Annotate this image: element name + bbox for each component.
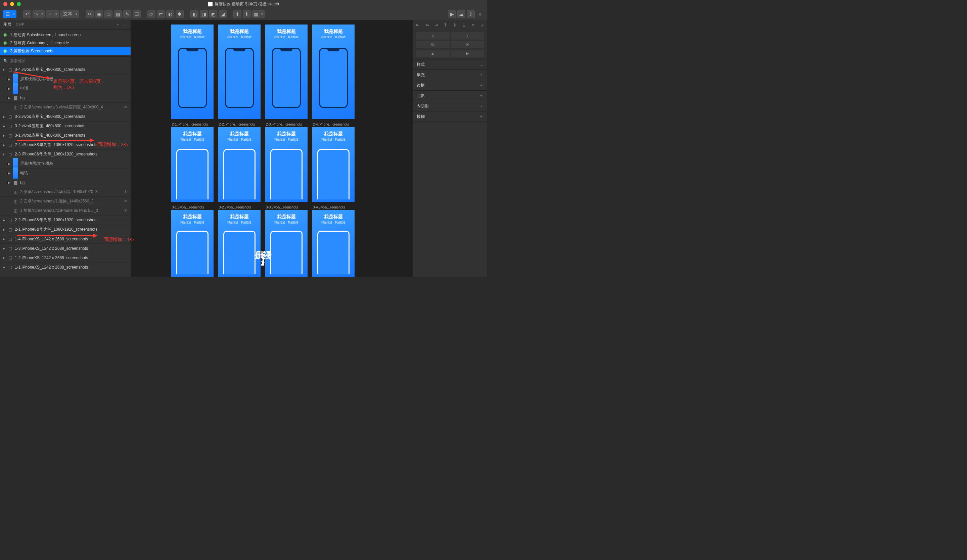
chevron-icon[interactable]	[7, 87, 11, 90]
chevron-icon[interactable]	[2, 134, 5, 137]
chevron-icon[interactable]	[2, 115, 5, 119]
visibility-icon[interactable]: 👁	[124, 105, 128, 110]
artboard[interactable]: 3-4.vivo&…reenshots我是标题我是描述我是描述启动页4	[312, 206, 355, 277]
layer-item[interactable]: ▢2-4.iPhone8&华为等_1080x1920_screenshots	[0, 140, 130, 150]
layer-item[interactable]: ▢3-3.vivo&应用宝_480x800_screenshots	[0, 112, 130, 122]
layer-item[interactable]: ▇bg	[0, 93, 130, 103]
section-blur[interactable]: 模糊＋	[413, 112, 487, 122]
section-inner-shadow[interactable]: 内阴影＋	[413, 101, 487, 111]
w-field[interactable]: W	[416, 41, 450, 48]
artboard[interactable]: 2-1.iPhone…creenshots我是标题我是描述我是描述启动页1	[171, 122, 213, 202]
page-item[interactable]: ⬣3.屏幕快照-Screenshots	[0, 47, 130, 55]
scissors-button[interactable]: ✂	[86, 10, 94, 18]
chevron-icon[interactable]	[2, 247, 5, 250]
align-right-icon[interactable]: ⇥	[433, 23, 439, 28]
transform-button[interactable]: ☐	[133, 10, 141, 18]
tab-layers[interactable]: 图层	[3, 22, 12, 28]
layer-item[interactable]: ▢1-4.iPhoneXS_1242 x 2688_screenshots	[0, 234, 130, 244]
page-item[interactable]: ⬣1.启动页-Splashscreen、Launchscreen	[0, 31, 130, 39]
text-tool-button[interactable]: 文本	[60, 10, 79, 18]
layer-item[interactable]: ↻屏幕快照/文字模板	[0, 74, 130, 84]
minimize-icon[interactable]	[10, 2, 14, 6]
boolean-intersect-button[interactable]: ◩	[209, 10, 217, 18]
chevron-icon[interactable]	[2, 256, 5, 260]
chevron-icon[interactable]	[2, 219, 5, 222]
share-button[interactable]: ⇪	[467, 10, 475, 18]
chevron-icon[interactable]	[7, 162, 11, 166]
chevron-icon[interactable]	[2, 228, 5, 231]
distribute-h-icon[interactable]: ≡	[470, 23, 476, 28]
pages-button[interactable]: ☰	[3, 10, 17, 18]
visibility-icon[interactable]: 👁	[124, 199, 128, 204]
chevron-icon[interactable]	[7, 96, 11, 100]
chevron-icon[interactable]	[2, 237, 5, 241]
chevron-icon[interactable]	[2, 125, 5, 128]
union-button[interactable]: ◉	[95, 10, 103, 18]
boolean-union-button[interactable]: ◧	[190, 10, 198, 18]
redo-button[interactable]: ↷	[33, 10, 45, 18]
pencil-button[interactable]: ✎	[123, 10, 131, 18]
layer-item[interactable]: ◫2.安卓/screenshots/3.vivo&应用宝_480x800_4👁	[0, 103, 130, 112]
chevron-icon[interactable]	[2, 68, 5, 71]
artboard[interactable]: 我是标题我是描述我是描述启动页3	[265, 20, 308, 119]
play-button[interactable]: ▶	[448, 10, 456, 18]
layer-item[interactable]: ◫2.安卓/screenshots/1.魅族_1440x2560_3👁	[0, 197, 130, 206]
search-input[interactable]: 搜索图层	[10, 58, 25, 63]
visibility-icon[interactable]: 👁	[124, 208, 128, 213]
layer-item[interactable]: ▢2-2.iPhone8&华为等_1080x1920_screenshots	[0, 216, 130, 225]
view-button[interactable]: ▦	[252, 10, 265, 18]
maximize-icon[interactable]	[17, 2, 21, 6]
artboard[interactable]: 我是标题我是描述我是描述启动页1	[171, 20, 213, 119]
more-button[interactable]: »	[476, 10, 484, 18]
layer-item[interactable]: ▢1-1.iPhoneXS_1242 x 2688_screenshots	[0, 262, 130, 272]
layer-item[interactable]: ↻电话	[0, 84, 130, 93]
layer-item[interactable]: ▢1-2.iPhoneXS_1242 x 2688_screenshots	[0, 253, 130, 262]
chevron-icon[interactable]	[2, 153, 5, 156]
section-fill[interactable]: 填充＋	[413, 70, 487, 80]
boolean-subtract-button[interactable]: ◨	[200, 10, 208, 18]
layer-item[interactable]: ▢3-2.vivo&应用宝_480x800_screenshots	[0, 122, 130, 131]
artboard[interactable]: 我是标题我是描述我是描述启动页2	[218, 20, 261, 119]
forward-button[interactable]: ⬆	[233, 10, 241, 18]
image-button[interactable]: ▨	[114, 10, 122, 18]
chevron-icon[interactable]	[7, 181, 11, 184]
section-shadow[interactable]: 阴影＋	[413, 91, 487, 101]
align-left-icon[interactable]: ⇤	[415, 23, 421, 28]
tab-components[interactable]: 组件	[16, 22, 24, 28]
layer-item[interactable]: ↻电话	[0, 168, 130, 178]
artboard[interactable]: 2-4.iPhone…creenshots我是标题我是描述我是描述启动页4	[312, 122, 355, 202]
align-bottom-icon[interactable]: ⤓	[461, 23, 467, 28]
undo-button[interactable]: ↶	[23, 10, 31, 18]
distribute-v-icon[interactable]: ⫽	[479, 23, 485, 28]
mask-button[interactable]: ◐	[166, 10, 174, 18]
chevron-icon[interactable]	[7, 171, 11, 175]
add-page-button[interactable]: ＋	[116, 22, 120, 28]
artboard[interactable]: 3-3.vivo&…reenshots我是标题我是描述我是描述启动页3	[265, 206, 308, 277]
align-center-v-icon[interactable]: ⇕	[452, 23, 458, 28]
chevron-icon[interactable]	[2, 143, 5, 147]
cloud-button[interactable]: ☁	[457, 10, 465, 18]
align-top-icon[interactable]: ⤒	[442, 23, 449, 28]
chevron-icon[interactable]	[7, 77, 11, 81]
visibility-icon[interactable]: 👁	[124, 189, 128, 194]
artboard[interactable]: 2-3.iPhone…creenshots我是标题我是描述我是描述启动页3	[265, 122, 308, 202]
boolean-difference-button[interactable]: ◪	[219, 10, 227, 18]
artboard[interactable]: 3-2.vivo&…reenshots我是标题我是描述我是描述启动页2	[218, 206, 261, 277]
artboard[interactable]: 3-1.vivo&…reenshots我是标题我是描述我是描述启动页1	[171, 206, 213, 277]
flip-button[interactable]: ⇄	[157, 10, 165, 18]
layer-item[interactable]: ◫1.苹果/screenshots//2.iPhone 6s Plus 5.5_…	[0, 206, 130, 216]
h-field[interactable]: H	[451, 41, 485, 48]
layer-item[interactable]: ▢2-3.iPhone8&华为等_1080x1920_screenshots	[0, 150, 130, 159]
layer-item[interactable]: ▢1-3.iPhoneXS_1242 x 2688_screenshots	[0, 244, 130, 253]
page-item[interactable]: ⬣2.引导页-Guidepage、Userguide	[0, 39, 130, 47]
layer-item[interactable]: ▇bg	[0, 178, 130, 187]
section-style[interactable]: 样式⌄	[413, 59, 487, 69]
y-field[interactable]: Y	[451, 32, 485, 40]
insert-button[interactable]: ＋	[46, 10, 59, 18]
layer-item[interactable]: ▢3-4.vivo&应用宝_480x800_screenshots	[0, 65, 130, 74]
x-field[interactable]: X	[416, 32, 450, 40]
rect-button[interactable]: ▭	[104, 10, 112, 18]
layer-item[interactable]: ▢3-1.vivo&应用宝_480x800_screenshots	[0, 131, 130, 140]
chevron-icon[interactable]	[2, 265, 5, 269]
canvas[interactable]: 我是标题我是描述我是描述启动页1 我是标题我是描述我是描述启动页2 我是标题我是…	[131, 20, 413, 277]
